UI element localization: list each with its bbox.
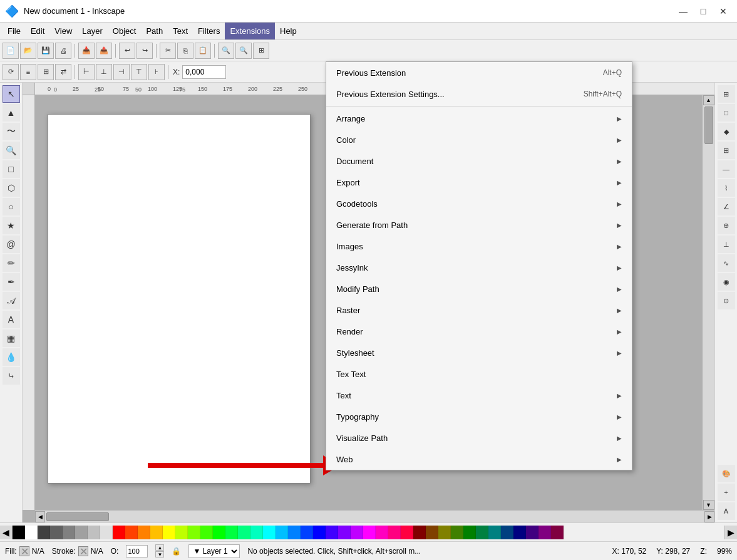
- palette-color-item[interactable]: [326, 526, 338, 539]
- snap-path[interactable]: ⌇: [718, 179, 735, 197]
- palette-color-item[interactable]: [13, 526, 25, 539]
- palette-color-item[interactable]: [63, 526, 75, 539]
- palette-color-item[interactable]: [413, 526, 426, 539]
- palette-color-item[interactable]: [100, 526, 113, 539]
- zoom-out-button[interactable]: 🔍: [235, 43, 252, 59]
- text-style[interactable]: A: [718, 502, 735, 520]
- scroll-thumb-v[interactable]: [704, 106, 713, 144]
- menu-help[interactable]: Help: [275, 23, 302, 39]
- spiral-tool[interactable]: @: [3, 236, 20, 253]
- select-tool[interactable]: ↖: [3, 85, 20, 103]
- menu-edit[interactable]: Edit: [26, 23, 49, 39]
- close-button[interactable]: ✕: [714, 4, 732, 19]
- align-right-button[interactable]: ⊣: [113, 64, 130, 80]
- scroll-up-button[interactable]: ▲: [703, 95, 714, 105]
- palette-color-item[interactable]: [113, 526, 125, 539]
- palette-color-item[interactable]: [125, 526, 138, 539]
- palette-color-item[interactable]: [551, 526, 564, 539]
- palette-scroll-right[interactable]: ▶: [724, 526, 737, 539]
- palette-color-item[interactable]: [250, 526, 263, 539]
- transform-button[interactable]: ⟳: [3, 64, 19, 80]
- opacity-down[interactable]: ▼: [155, 551, 164, 557]
- menu-view[interactable]: View: [49, 23, 77, 39]
- dist-button[interactable]: ⊞: [38, 64, 54, 80]
- palette-color-item[interactable]: [388, 526, 401, 539]
- menu-jessyink[interactable]: JessyInk ▶: [326, 257, 632, 278]
- align-center-button[interactable]: ⊥: [96, 64, 112, 80]
- zoom-fit-button[interactable]: ⊞: [253, 43, 269, 59]
- export-button[interactable]: 📤: [96, 43, 112, 59]
- minimize-button[interactable]: —: [674, 4, 692, 19]
- menu-previous-extension-settings[interactable]: Previous Extension Settings... Shift+Alt…: [326, 83, 632, 105]
- palette-color-item[interactable]: [426, 526, 438, 539]
- snap-center[interactable]: ⊕: [718, 217, 735, 234]
- maximize-button[interactable]: □: [694, 4, 712, 19]
- vertical-scrollbar[interactable]: ▲ ▼: [702, 95, 714, 510]
- align-top-button[interactable]: ⊤: [131, 64, 147, 80]
- menu-tex-text[interactable]: Tex Text: [326, 363, 632, 385]
- snap-guide[interactable]: —: [718, 160, 735, 178]
- palette-color-item[interactable]: [138, 526, 150, 539]
- box3d-tool[interactable]: ⬡: [3, 179, 20, 197]
- palette-color-item[interactable]: [163, 526, 175, 539]
- palette-color-item[interactable]: [338, 526, 351, 539]
- menu-render[interactable]: Render ▶: [326, 321, 632, 342]
- plus-button[interactable]: +: [718, 484, 735, 501]
- align-bottom-button[interactable]: ⊦: [148, 64, 165, 80]
- snap-bbox[interactable]: □: [718, 104, 735, 122]
- palette-color-item[interactable]: [225, 526, 238, 539]
- menu-file[interactable]: File: [3, 23, 26, 39]
- save-button[interactable]: 💾: [38, 43, 54, 59]
- snap-smooth[interactable]: ◉: [718, 273, 735, 291]
- cut-button[interactable]: ✂: [160, 43, 176, 59]
- import-button[interactable]: 📥: [78, 43, 95, 59]
- palette-color-item[interactable]: [150, 526, 163, 539]
- palette-color-item[interactable]: [539, 526, 551, 539]
- pen-tool[interactable]: ✒: [3, 273, 20, 291]
- palette-color-item[interactable]: [175, 526, 188, 539]
- flip-h-button[interactable]: ⇄: [55, 64, 71, 80]
- menu-path[interactable]: Path: [141, 23, 168, 39]
- zoom-in-button[interactable]: 🔍: [218, 43, 234, 59]
- palette-color-item[interactable]: [488, 526, 501, 539]
- palette-color-item[interactable]: [238, 526, 250, 539]
- dropper-tool[interactable]: 💧: [3, 348, 20, 366]
- opacity-input[interactable]: [126, 545, 148, 557]
- text-tool[interactable]: A: [3, 311, 20, 328]
- stroke-color-box[interactable]: ✕: [78, 546, 88, 556]
- menu-previous-extension[interactable]: Previous Extension Alt+Q: [326, 62, 632, 83]
- palette-color-item[interactable]: [476, 526, 488, 539]
- copy-button[interactable]: ⎘: [177, 43, 193, 59]
- open-button[interactable]: 📂: [20, 43, 36, 59]
- node-tool[interactable]: ▲: [3, 104, 20, 122]
- menu-gcodetools[interactable]: Gcodetools ▶: [326, 193, 632, 214]
- menu-object[interactable]: Object: [108, 23, 142, 39]
- snap-angle[interactable]: ∠: [718, 198, 735, 215]
- fill-color-box[interactable]: ✕: [19, 546, 29, 556]
- paste-button[interactable]: 📋: [195, 43, 211, 59]
- calligraphy-tool[interactable]: 𝒜: [3, 292, 20, 309]
- horizontal-scrollbar[interactable]: ◀ ▶: [35, 510, 714, 522]
- menu-raster[interactable]: Raster ▶: [326, 299, 632, 321]
- menu-arrange[interactable]: Arrange ▶: [326, 108, 632, 129]
- x-input[interactable]: [182, 65, 226, 79]
- ellipse-tool[interactable]: ○: [3, 198, 20, 215]
- opacity-up[interactable]: ▲: [155, 544, 164, 551]
- palette-color-item[interactable]: [401, 526, 413, 539]
- snap-grid[interactable]: ⊞: [718, 142, 735, 159]
- palette-color-item[interactable]: [363, 526, 376, 539]
- palette-color-item[interactable]: [351, 526, 363, 539]
- menu-color[interactable]: Color ▶: [326, 129, 632, 150]
- scroll-thumb-h[interactable]: [46, 512, 109, 521]
- menu-text[interactable]: Text ▶: [326, 385, 632, 406]
- layer-select[interactable]: ▼ Layer 1: [188, 544, 240, 558]
- palette-color-item[interactable]: [25, 526, 38, 539]
- color-wheel[interactable]: 🎨: [718, 465, 735, 482]
- palette-color-item[interactable]: [75, 526, 88, 539]
- palette-color-item[interactable]: [38, 526, 50, 539]
- palette-scroll-left[interactable]: ◀: [0, 526, 13, 539]
- align-left-button[interactable]: ⊢: [78, 64, 95, 80]
- menu-extensions[interactable]: Extensions: [225, 23, 275, 39]
- menu-visualize-path[interactable]: Visualize Path ▶: [326, 427, 632, 449]
- menu-layer[interactable]: Layer: [77, 23, 108, 39]
